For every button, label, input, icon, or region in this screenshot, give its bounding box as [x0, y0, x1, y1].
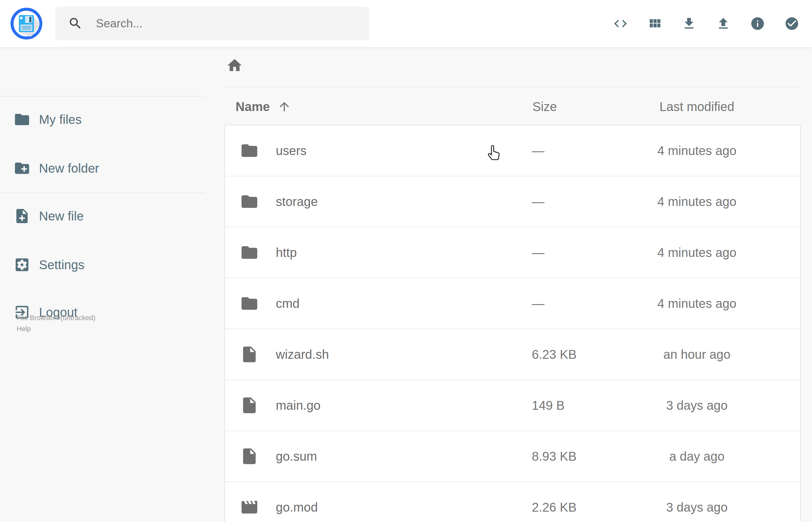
file-modified: a day ago: [618, 449, 775, 463]
floppy-disk-logo-icon: [10, 7, 43, 40]
file-name: http: [276, 246, 297, 260]
top-bar: [0, 0, 812, 47]
sidebar: My filesNew folderNew fileSettingsLogout…: [0, 47, 204, 522]
info-button[interactable]: [750, 16, 765, 31]
file-size: 8.93 KB: [532, 449, 576, 463]
file-name: wizard.sh: [276, 347, 329, 362]
header-actions: [613, 0, 799, 47]
file-name: go.mod: [276, 500, 318, 515]
check-circle-icon: [784, 16, 799, 31]
file-icon: [240, 345, 259, 364]
file-modified: 4 minutes ago: [618, 195, 775, 209]
sidebar-item-new-file[interactable]: New file: [0, 202, 204, 229]
table-row[interactable]: main.go149 B3 days ago: [225, 380, 800, 431]
upload-button[interactable]: [716, 16, 731, 31]
folder-icon: [240, 192, 259, 211]
raw-view-button[interactable]: [613, 16, 628, 31]
file-browser-app: My filesNew folderNew fileSettingsLogout…: [0, 0, 812, 522]
movie-icon: [240, 498, 259, 517]
table-row[interactable]: go.mod2.26 KB3 days ago: [225, 482, 800, 522]
sidebar-item-settings[interactable]: Settings: [0, 251, 204, 278]
file-icon: [240, 447, 259, 466]
file-name: storage: [276, 195, 318, 209]
search-input[interactable]: [95, 17, 369, 31]
code-icon: [613, 16, 628, 31]
sidebar-item-label: New file: [39, 209, 84, 223]
table-row[interactable]: cmd—4 minutes ago: [225, 278, 800, 329]
sidebar-item-label: My files: [39, 113, 82, 127]
file-name: cmd: [276, 297, 300, 311]
grid-view-icon: [647, 16, 662, 31]
folder-icon: [240, 294, 259, 313]
search-icon: [68, 16, 83, 31]
upload-icon: [716, 16, 731, 31]
info-icon: [750, 16, 765, 31]
file-size: 6.23 KB: [532, 347, 576, 362]
new-folder-icon: [14, 160, 31, 177]
folder-icon: [240, 243, 259, 262]
file-modified: 3 days ago: [618, 398, 775, 413]
app-logo[interactable]: [10, 7, 43, 40]
file-modified: 3 days ago: [618, 500, 775, 515]
folder-icon: [240, 141, 259, 160]
grid-view-button[interactable]: [647, 16, 662, 31]
sidebar-divider: [0, 96, 204, 97]
sidebar-item-label: Settings: [39, 258, 85, 272]
file-icon: [240, 396, 259, 415]
file-name: users: [276, 144, 307, 158]
settings-icon: [14, 256, 31, 273]
folder-icon: [240, 243, 259, 262]
sidebar-item-label: New folder: [39, 161, 99, 176]
help-link[interactable]: Help: [17, 323, 96, 334]
file-name: go.sum: [276, 449, 317, 463]
sidebar-item-new-folder[interactable]: New folder: [0, 155, 204, 182]
download-icon: [682, 16, 696, 31]
sidebar-item-my-files[interactable]: My files: [0, 106, 204, 133]
file-modified: 4 minutes ago: [618, 297, 775, 311]
file-size: —: [532, 297, 544, 311]
folder-icon: [240, 294, 259, 313]
folder-icon: [240, 141, 259, 160]
search-bar[interactable]: [55, 6, 369, 40]
column-header-name-label: Name: [236, 100, 270, 114]
table-row[interactable]: http—4 minutes ago: [225, 227, 800, 278]
file-size: 149 B: [532, 398, 565, 413]
movie-icon: [240, 498, 259, 517]
column-header-size[interactable]: Size: [532, 100, 557, 114]
breadcrumb-divider: [222, 87, 802, 87]
arrow-up-icon: [277, 100, 291, 114]
table-row[interactable]: users—4 minutes ago: [225, 125, 800, 176]
table-row[interactable]: wizard.sh6.23 KBan hour ago: [225, 329, 800, 380]
column-header-modified[interactable]: Last modified: [618, 100, 775, 114]
folder-icon: [14, 111, 31, 128]
file-modified: 4 minutes ago: [618, 246, 775, 260]
file-icon: [240, 396, 259, 415]
app-version-text: File Browser v(untracked): [17, 312, 96, 323]
file-modified: an hour ago: [618, 347, 775, 362]
file-name: main.go: [276, 398, 321, 413]
column-header-name[interactable]: Name: [236, 100, 291, 114]
breadcrumb-home-button[interactable]: [226, 57, 243, 74]
table-row[interactable]: storage—4 minutes ago: [225, 176, 800, 227]
file-size: —: [532, 144, 544, 158]
file-size: 2.26 KB: [532, 500, 576, 515]
folder-icon: [240, 192, 259, 211]
select-multiple-button[interactable]: [784, 16, 799, 31]
sidebar-divider: [0, 193, 204, 193]
file-size: —: [532, 246, 544, 260]
download-button[interactable]: [682, 16, 696, 31]
file-listing: users—4 minutes agostorage—4 minutes ago…: [224, 125, 801, 522]
file-size: —: [532, 195, 544, 209]
home-icon: [226, 57, 243, 74]
sidebar-footer: File Browser v(untracked) Help: [17, 312, 96, 334]
file-icon: [240, 345, 259, 364]
table-row[interactable]: go.sum8.93 KBa day ago: [225, 431, 800, 482]
new-file-icon: [14, 207, 31, 224]
file-modified: 4 minutes ago: [618, 144, 775, 158]
file-icon: [240, 447, 259, 466]
